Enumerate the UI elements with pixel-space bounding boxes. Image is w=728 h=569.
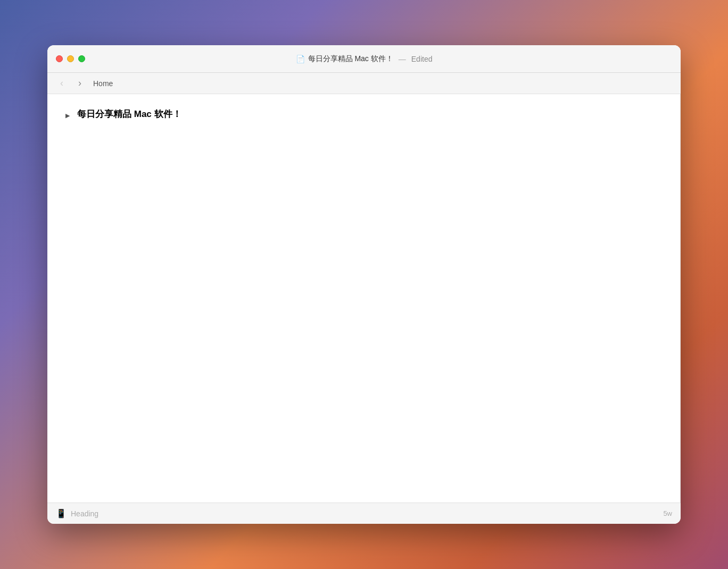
right-border	[680, 94, 681, 503]
statusbar: 📱 Heading 5w	[47, 503, 681, 524]
maximize-button[interactable]	[78, 55, 85, 62]
disclosure-arrow[interactable]: ▶	[63, 109, 72, 122]
title-separator: —	[399, 55, 406, 63]
close-button[interactable]	[56, 55, 63, 62]
content-area[interactable]: ▶ 每日分享精品 Mac 软件！	[47, 94, 681, 503]
window-title: 每日分享精品 Mac 软件！	[308, 54, 393, 64]
statusbar-time: 5w	[663, 509, 672, 517]
document-title: 每日分享精品 Mac 软件！	[77, 108, 181, 121]
toolbar: ‹ › Home	[47, 73, 681, 94]
app-window: 📄 每日分享精品 Mac 软件！ — Edited ‹ › Home ▶ 每日分…	[47, 45, 681, 524]
minimize-button[interactable]	[67, 55, 74, 62]
breadcrumb: Home	[93, 79, 113, 88]
statusbar-label: Heading	[71, 509, 663, 518]
traffic-lights	[56, 55, 85, 62]
document-row: ▶ 每日分享精品 Mac 软件！	[63, 105, 665, 125]
titlebar: 📄 每日分享精品 Mac 软件！ — Edited	[47, 45, 681, 73]
back-button[interactable]: ‹	[55, 77, 69, 90]
forward-button[interactable]: ›	[73, 77, 87, 90]
back-icon: ‹	[60, 78, 63, 89]
edited-label: Edited	[411, 55, 433, 63]
statusbar-icon: 📱	[56, 508, 67, 518]
forward-icon: ›	[78, 78, 81, 89]
document-icon: 📄	[296, 55, 305, 63]
titlebar-content: 📄 每日分享精品 Mac 软件！ — Edited	[296, 54, 433, 64]
